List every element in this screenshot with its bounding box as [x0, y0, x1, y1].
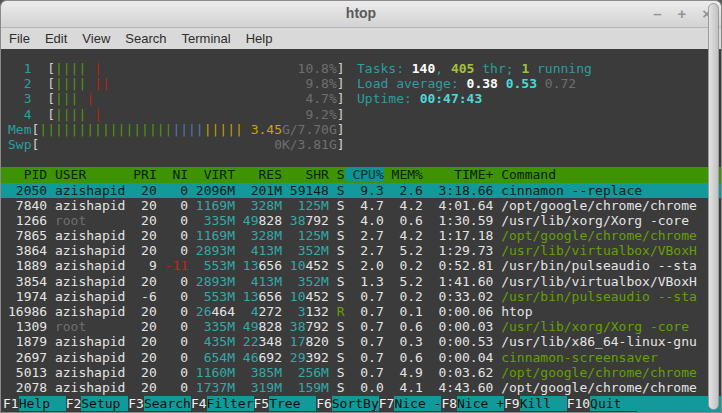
cell-command: /opt/google/chrome/chrome [493, 198, 697, 213]
column-header-command[interactable]: Command [493, 167, 556, 182]
cell-shr: 17 [282, 334, 305, 349]
menu-edit[interactable]: Edit [45, 31, 67, 46]
uptime-text: Uptime: [357, 91, 420, 106]
cell-cpu: 1.3 [345, 274, 384, 289]
cell-mem: 0.6 [384, 319, 423, 334]
meter-fill [110, 76, 306, 91]
cell-pri: 20 [125, 243, 156, 258]
cell-pri: 20 [125, 334, 156, 349]
cell-ni: 0 [157, 319, 188, 334]
fkey-f4[interactable]: F4Filter [191, 396, 254, 412]
tasks-line: Tasks: 140, 405 thr; 1 running [357, 61, 592, 76]
cell-virt: 654M [188, 350, 235, 365]
load-text: 0.72 [545, 76, 576, 91]
process-row[interactable]: 3854 azishapid 20 0 2893M 413M 352M S 1.… [1, 274, 721, 289]
fkey-f8[interactable]: F8Nice + [441, 396, 504, 412]
column-header-ni[interactable]: NI [157, 167, 188, 182]
process-row[interactable]: 3864 azishapid 20 0 2893M 413M 352M S 2.… [1, 243, 721, 258]
meter-bracket-open: [ [47, 91, 55, 106]
fkey-key-label: F2 [66, 396, 82, 411]
cell-mem: 0.1 [384, 304, 423, 319]
fkey-action-label: Nice + [457, 396, 504, 411]
load-text: Load average: [357, 76, 467, 91]
cell-res: 319M [235, 380, 282, 395]
cell-user: azishapid [47, 243, 125, 258]
minimize-icon[interactable]: – [653, 4, 661, 24]
cell-cpu: 0.7 [345, 304, 384, 319]
menu-view[interactable]: View [82, 31, 110, 46]
menu-help[interactable]: Help [246, 31, 273, 46]
column-header-s[interactable]: S [329, 167, 345, 182]
cell-mem: 0.2 [384, 258, 423, 273]
meter-bars: |||| [55, 61, 86, 76]
process-row[interactable]: 7865 azishapid 20 0 1169M 328M 125M S 2.… [1, 228, 721, 243]
fkey-f10[interactable]: F10Quit [567, 396, 637, 412]
fkey-f6[interactable]: F6SortBy [316, 396, 379, 412]
window-title: htop [1, 5, 721, 21]
fkey-f3[interactable]: F3Search [128, 396, 191, 412]
cell-mem: 0.6 [384, 350, 423, 365]
column-header-res[interactable]: RES [235, 167, 282, 182]
cell-pri: 20 [125, 319, 156, 334]
scrollbar-track[interactable] [707, 3, 720, 410]
fkey-action-label: Help [19, 396, 66, 411]
cell-state: S [329, 228, 345, 243]
column-header-cpu[interactable]: CPU% [345, 167, 384, 182]
cell-user: azishapid [47, 289, 125, 304]
cell-pri: 20 [125, 228, 156, 243]
titlebar[interactable]: htop – + × [1, 1, 721, 28]
cell-pid: 1309 [8, 319, 47, 334]
cell-pid: 1266 [8, 213, 47, 228]
cell-ni: 0 [157, 228, 188, 243]
process-row[interactable]: 7840 azishapid 20 0 1169M 328M 125M S 4.… [1, 198, 721, 213]
cpu-meter-4: 4 [|||| | 9.2%] [8, 107, 721, 122]
fkey-f5[interactable]: F5Tree [254, 396, 317, 412]
cell-user: azishapid [47, 228, 125, 243]
cell-res: 348 [259, 334, 282, 349]
fkey-f7[interactable]: F7Nice - [379, 396, 442, 412]
cell-pri: 20 [125, 304, 156, 319]
scrollbar-thumb[interactable] [708, 3, 719, 410]
process-row[interactable]: 16986 azishapid 20 0 26464 4272 3132 R 0… [1, 304, 721, 319]
process-row[interactable]: 1266 root 20 0 335M 49828 38792 S 4.0 0.… [1, 213, 721, 228]
cell-cpu: 2.7 [345, 228, 384, 243]
fkey-f9[interactable]: F9Kill [504, 396, 567, 412]
column-header-shr[interactable]: SHR [282, 167, 329, 182]
column-header-user[interactable]: USER [47, 167, 125, 182]
process-row[interactable]: 2050 azishapid 20 0 2096M 201M 59148 S 9… [1, 183, 721, 198]
cell-ni: 0 [157, 334, 188, 349]
maximize-icon[interactable]: + [677, 4, 686, 24]
process-row[interactable]: 1309 root 20 0 335M 49828 38792 S 0.7 0.… [1, 319, 721, 334]
load-text [537, 76, 545, 91]
cell-user: azishapid [47, 274, 125, 289]
process-row[interactable]: 1889 azishapid 9 -11 553M 13656 10452 S … [1, 258, 721, 273]
column-header-virt[interactable]: VIRT [188, 167, 235, 182]
process-row[interactable]: 2078 azishapid 20 0 1737M 319M 159M S 0.… [1, 380, 721, 395]
meter-label: 1 [8, 61, 47, 76]
fkey-f1[interactable]: F1Help [3, 396, 66, 412]
process-table: 2050 azishapid 20 0 2096M 201M 59148 S 9… [8, 183, 721, 396]
cell-ni: 0 [157, 274, 188, 289]
cell-user: azishapid [47, 380, 125, 395]
column-header-mem[interactable]: MEM% [384, 167, 423, 182]
process-row[interactable]: 5013 azishapid 20 0 1160M 385M 256M S 0.… [1, 365, 721, 380]
column-header-pid[interactable]: PID [8, 167, 47, 182]
menu-file[interactable]: File [9, 31, 30, 46]
cell-cpu: 0.7 [345, 289, 384, 304]
process-row[interactable]: 1879 azishapid 20 0 435M 22348 17820 S 0… [1, 334, 721, 349]
column-header-time[interactable]: TIME+ [423, 167, 493, 182]
meter-fill [94, 91, 305, 106]
process-row[interactable]: 2697 azishapid 20 0 654M 46692 29392 S 0… [1, 350, 721, 365]
fkey-f2[interactable]: F2Setup [66, 396, 129, 412]
cell-time: 1:29.73 [423, 243, 493, 258]
column-header-pri[interactable]: PRI [125, 167, 156, 182]
cell-pid: 2078 [8, 380, 47, 395]
process-row[interactable]: 1974 azishapid -6 0 553M 13656 10452 S 0… [1, 289, 721, 304]
cell-mem: 0.2 [384, 289, 423, 304]
meter-value: 4.7% [305, 91, 336, 106]
menu-terminal[interactable]: Terminal [182, 31, 231, 46]
cell-state: S [329, 289, 345, 304]
menu-search[interactable]: Search [125, 31, 166, 46]
cell-shr: 29 [282, 350, 305, 365]
spacer-line [8, 152, 721, 167]
